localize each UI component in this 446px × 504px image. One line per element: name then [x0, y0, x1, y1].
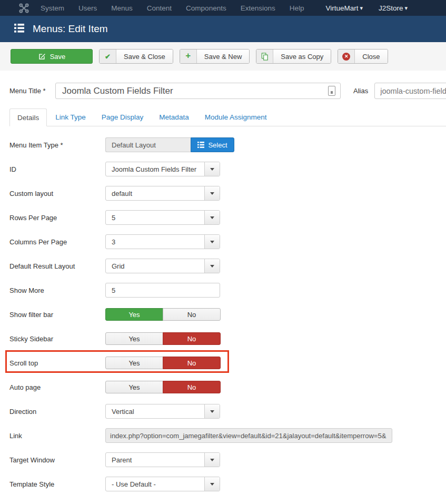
- select-button[interactable]: Select: [191, 137, 234, 152]
- button-label: Save as Copy: [273, 50, 331, 63]
- menubar-item-components[interactable]: Components: [186, 4, 226, 12]
- menubar-item-menus[interactable]: Menus: [111, 4, 133, 12]
- selected-value: - Use Default -: [106, 477, 204, 491]
- menubar-item-extensions[interactable]: Extensions: [241, 4, 275, 12]
- text-input-icon: [328, 86, 335, 96]
- id-select[interactable]: Joomla Custom Fields Filter: [105, 162, 220, 176]
- form-row-auto-page: Auto pageYesNo: [9, 380, 446, 394]
- menubar-item-label: VirtueMart: [325, 4, 358, 12]
- selected-value: Parent: [106, 453, 204, 467]
- auto-page-yes-button[interactable]: Yes: [105, 381, 163, 393]
- content-area: Menu Title * Alias DetailsLink TypePage …: [0, 83, 446, 491]
- tab-metadata[interactable]: Metadata: [152, 108, 196, 126]
- show-filter-bar-toggle: YesNo: [105, 308, 221, 321]
- columns-per-page-select[interactable]: 3: [105, 234, 220, 249]
- form-row-columns-per-page: Columns Per Page3: [9, 234, 446, 249]
- form-row-sticky-sidebar: Sticky SidebarYesNo: [9, 331, 446, 346]
- menubar-item-content[interactable]: Content: [147, 4, 172, 12]
- save-button[interactable]: Save: [11, 49, 93, 64]
- dropdown-caret-button[interactable]: [204, 453, 220, 467]
- menubar-item-help[interactable]: Help: [290, 4, 304, 12]
- scroll-top-yes-button[interactable]: Yes: [105, 357, 163, 369]
- form-row-target-window: Target WindowParent: [9, 452, 446, 467]
- show-more-input[interactable]: [105, 283, 220, 298]
- save-icon: [38, 53, 46, 61]
- menu-title-input[interactable]: [55, 83, 341, 99]
- close-button[interactable]: ✕Close: [338, 49, 388, 64]
- field-label-direction: Direction: [9, 408, 105, 416]
- chevron-down-icon: [210, 216, 214, 219]
- sticky-sidebar-toggle: YesNo: [105, 332, 221, 345]
- chevron-down-icon: [210, 265, 214, 268]
- default-result-layout-select[interactable]: Grid: [105, 259, 220, 273]
- chevron-down-icon: [210, 483, 214, 486]
- template-style-select[interactable]: - Use Default -: [105, 477, 220, 491]
- field-label-rows-per-page: Rows Per Page: [9, 214, 105, 222]
- custom-layout-select[interactable]: default: [105, 186, 220, 201]
- button-label: Save: [50, 53, 66, 61]
- rows-per-page-select[interactable]: 5: [105, 210, 220, 225]
- sticky-sidebar-yes-button[interactable]: Yes: [105, 332, 163, 345]
- menu-item-type-value: Default Layout: [105, 137, 191, 152]
- field-label-custom-layout: Custom layout: [9, 190, 105, 197]
- dropdown-caret-button[interactable]: [204, 186, 220, 200]
- toolbar: Save✔Save & Close+Save & NewSave as Copy…: [0, 42, 446, 71]
- menubar-item-system[interactable]: System: [41, 4, 64, 12]
- form-row-link: Link: [9, 428, 446, 443]
- scroll-top-no-button[interactable]: No: [163, 357, 221, 369]
- direction-select[interactable]: Vertical: [105, 404, 220, 419]
- dropdown-caret-button[interactable]: [204, 235, 220, 249]
- menubar-item-j2store[interactable]: J2Store▾: [379, 4, 416, 12]
- dropdown-caret-button[interactable]: [204, 477, 220, 491]
- save-as-copy-button[interactable]: Save as Copy: [256, 49, 331, 64]
- alias-label: Alias: [353, 87, 368, 95]
- field-label-sticky-sidebar: Sticky Sidebar: [9, 335, 105, 343]
- tab-link-type[interactable]: Link Type: [48, 108, 93, 126]
- sticky-sidebar-no-button[interactable]: No: [163, 332, 221, 345]
- dropdown-caret-button[interactable]: [204, 259, 220, 273]
- page-title: Menus: Edit Item: [33, 23, 108, 35]
- dropdown-caret-button[interactable]: [204, 404, 220, 418]
- menu-title-wrap: [55, 83, 341, 99]
- field-label-columns-per-page: Columns Per Page: [9, 238, 105, 246]
- field-label-show-more: Show More: [9, 286, 105, 294]
- auto-page-no-button[interactable]: No: [163, 381, 221, 393]
- chevron-down-icon: ▾: [405, 5, 408, 11]
- button-label: Save & Close: [116, 50, 173, 63]
- save-new-button[interactable]: +Save & New: [180, 49, 250, 64]
- field-label-id: ID: [9, 165, 105, 173]
- details-form: Menu Item Type *Default LayoutSelectIDJo…: [9, 137, 446, 491]
- form-row-direction: DirectionVertical: [9, 404, 446, 419]
- menubar-item-virtuemart[interactable]: VirtueMart▾: [325, 4, 371, 12]
- selected-value: default: [106, 186, 204, 200]
- target-window-select[interactable]: Parent: [105, 452, 220, 467]
- tab-page-display[interactable]: Page Display: [94, 108, 151, 126]
- tab-details[interactable]: Details: [9, 108, 47, 126]
- show-filter-bar-yes-button[interactable]: Yes: [105, 308, 163, 321]
- menu-item-type-control: Default LayoutSelect: [105, 137, 234, 152]
- save-close-button[interactable]: ✔Save & Close: [99, 49, 173, 64]
- form-row-menu-item-type: Menu Item Type *Default LayoutSelect: [9, 137, 446, 152]
- field-label-menu-item-type: Menu Item Type *: [9, 141, 105, 149]
- selected-value: 5: [106, 211, 204, 224]
- field-label-auto-page: Auto page: [9, 383, 105, 391]
- menubar-item-label: J2Store: [379, 4, 403, 12]
- form-row-show-filter-bar: Show filter barYesNo: [9, 307, 446, 322]
- chevron-down-icon: [210, 168, 214, 171]
- form-row-show-more: Show More: [9, 283, 446, 298]
- menu-title-label: Menu Title *: [9, 87, 55, 95]
- button-label: Save & New: [197, 50, 250, 63]
- field-label-link: Link: [9, 432, 105, 440]
- show-filter-bar-no-button[interactable]: No: [163, 308, 221, 321]
- dropdown-caret-button[interactable]: [204, 162, 220, 176]
- scroll-top-toggle: YesNo: [105, 357, 221, 369]
- chevron-down-icon: [210, 192, 214, 195]
- menubar-item-users[interactable]: Users: [78, 4, 97, 12]
- tab-module-assignment[interactable]: Module Assignment: [197, 108, 274, 126]
- link-readonly-input: [105, 428, 392, 443]
- dropdown-caret-button[interactable]: [204, 211, 220, 224]
- menu-list-icon: [14, 24, 24, 35]
- field-label-default-result-layout: Default Result Layout: [9, 262, 105, 270]
- alias-input[interactable]: [374, 83, 446, 99]
- joomla-logo-icon: [19, 3, 29, 13]
